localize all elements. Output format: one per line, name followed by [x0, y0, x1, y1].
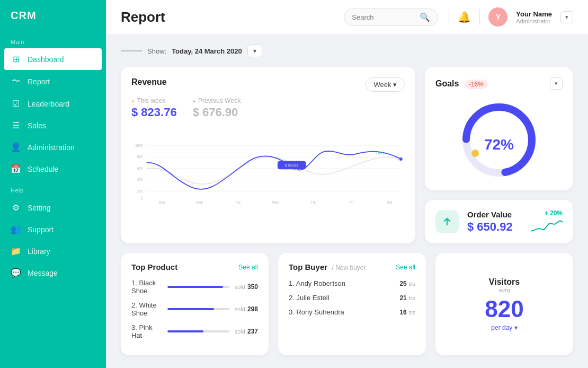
sold-label: sold — [235, 328, 245, 335]
top-buyer-card: Top Buyer / New buyer See all 1. Andy Ro… — [278, 253, 426, 355]
date-value: Today, 24 March 2020 — [172, 47, 242, 55]
main-section-label: Main — [0, 31, 106, 48]
product-bar — [167, 308, 229, 310]
svg-text:800: 800 — [137, 155, 143, 159]
revenue-chart: 1000 800 600 400 200 0 $ 620.83 — [131, 125, 405, 220]
buyer-unit: trs — [409, 309, 415, 316]
week-button[interactable]: Week ▾ — [366, 77, 405, 92]
library-icon: 📁 — [11, 246, 21, 256]
svg-point-25 — [471, 150, 479, 157]
chart-svg: 1000 800 600 400 200 0 $ 620.83 — [131, 125, 405, 220]
goals-card: Goals -16% ▾ — [425, 67, 573, 190]
sidebar-item-report[interactable]: 〜 Report — [0, 70, 106, 93]
table-row: 1. Black Shoe sold 350 — [131, 279, 258, 295]
buyer-name: 1. Andy Robertson — [289, 279, 399, 287]
visitors-period[interactable]: per day ▾ — [491, 324, 517, 331]
sidebar-item-leaderboard[interactable]: ☑ Leaderboard — [0, 93, 106, 115]
order-icon-box — [435, 210, 459, 233]
table-row: 2. Julie Estell 21 trs — [289, 294, 415, 302]
top-buyer-see-all[interactable]: See all — [396, 264, 415, 271]
sold-label: sold — [235, 284, 245, 290]
notification-icon[interactable]: 🔔 — [458, 11, 471, 23]
svg-text:Tue: Tue — [235, 200, 240, 204]
sold-value: 350 — [247, 283, 258, 291]
arrow-up-icon — [441, 216, 453, 227]
search-box[interactable]: 🔍 — [344, 8, 438, 26]
top-product-title: Top Product — [131, 262, 177, 271]
date-filter: Show: Today, 24 March 2020 ▾ — [121, 45, 573, 57]
content-area: Show: Today, 24 March 2020 ▾ Revenue Wee… — [106, 34, 588, 368]
user-name: Your Name — [516, 10, 552, 18]
top-buyer-title-group: Top Buyer / New buyer — [289, 262, 366, 272]
buyer-name: 2. Julie Estell — [289, 294, 399, 302]
product-bar — [167, 286, 229, 288]
svg-text:72%: 72% — [484, 136, 514, 153]
sidebar-item-sales[interactable]: ☰ Sales — [0, 115, 106, 136]
sidebar-item-library[interactable]: 📁 Library — [0, 240, 106, 262]
this-week-stat: This week $ 823.76 — [131, 97, 177, 119]
goals-header: Goals -16% ▾ — [435, 77, 563, 90]
user-role: Administrator — [516, 18, 552, 24]
revenue-header: Revenue Week ▾ — [131, 77, 405, 92]
trend-percent: + 20% — [545, 209, 563, 217]
goals-title-group: Goals -16% — [435, 79, 488, 89]
search-icon: 🔍 — [420, 12, 430, 22]
goals-chart-container: 72% — [435, 95, 563, 180]
sales-icon: ☰ — [11, 120, 21, 130]
prev-week-value: $ 676.90 — [193, 106, 241, 119]
goals-donut-svg: 72% — [446, 92, 552, 182]
sidebar-item-label: Report — [28, 77, 50, 86]
header-icons: 🔔 Y Your Name Administrator ▾ — [449, 7, 573, 27]
product-bar-wrap — [167, 286, 229, 288]
table-row: 1. Andy Robertson 25 trs — [289, 279, 415, 287]
top-product-see-all[interactable]: See all — [238, 264, 258, 271]
buyer-count: 21 — [399, 294, 406, 302]
search-input[interactable] — [352, 13, 415, 21]
sidebar-item-schedule[interactable]: 📅 Schedule — [0, 158, 106, 180]
sidebar-item-label: Leaderboard — [28, 100, 69, 108]
order-title: Order Value — [467, 210, 522, 219]
message-icon: 💬 — [11, 268, 21, 278]
date-dropdown-button[interactable]: ▾ — [247, 45, 262, 57]
sold-value: 237 — [247, 328, 258, 335]
date-filter-line — [121, 50, 142, 51]
schedule-icon: 📅 — [11, 164, 21, 174]
right-column: Goals -16% ▾ — [425, 67, 573, 243]
goals-dropdown-button[interactable]: ▾ — [550, 77, 563, 90]
this-week-value: $ 823.76 — [131, 106, 177, 119]
user-dropdown-button[interactable]: ▾ — [560, 11, 573, 23]
page-title: Report — [121, 9, 344, 25]
order-value-amount: $ 650.92 — [467, 220, 522, 234]
administration-icon: 👤 — [11, 142, 21, 152]
visitors-sub: avrg — [498, 287, 510, 293]
svg-text:+ 53%: + 53% — [375, 151, 385, 155]
cards-row: Revenue Week ▾ This week $ 823.76 Previo… — [121, 67, 573, 243]
product-name: 3. Pink Hat — [131, 323, 162, 339]
sidebar-item-administration[interactable]: 👤 Administration — [0, 136, 106, 158]
logo: CRM — [0, 0, 106, 31]
sidebar-item-label: Administration — [28, 143, 75, 152]
main-content: Report 🔍 🔔 Y Your Name Administrator ▾ S… — [106, 0, 588, 368]
revenue-stats: This week $ 823.76 Previous Week $ 676.9… — [131, 97, 405, 119]
top-product-header: Top Product See all — [131, 262, 258, 271]
prev-week-label: Previous Week — [193, 97, 241, 104]
sidebar-item-label: Sales — [28, 121, 46, 130]
buyer-count: 25 — [399, 280, 406, 287]
sidebar-item-dashboard[interactable]: ⊞ Dashboard — [4, 48, 102, 70]
revenue-card: Revenue Week ▾ This week $ 823.76 Previo… — [121, 67, 415, 243]
user-info: Your Name Administrator — [516, 10, 552, 24]
sidebar-item-message[interactable]: 💬 Message — [0, 262, 106, 284]
sidebar-item-label: Message — [28, 269, 58, 277]
sidebar-item-setting[interactable]: ⚙ Setting — [0, 197, 106, 218]
top-product-card: Top Product See all 1. Black Shoe sold 3… — [121, 253, 269, 355]
sidebar-item-label: Support — [28, 225, 54, 234]
avatar: Y — [488, 7, 507, 27]
table-row: 2. White Shoe sold 298 — [131, 301, 258, 317]
svg-text:Sat: Sat — [387, 200, 392, 204]
sidebar-item-support[interactable]: 👥 Support — [0, 218, 106, 240]
bottom-row: Top Product See all 1. Black Shoe sold 3… — [121, 253, 573, 355]
svg-text:Mon: Mon — [197, 200, 203, 204]
separator — [449, 9, 449, 25]
report-icon: 〜 — [11, 76, 21, 87]
svg-text:Fri: Fri — [350, 200, 354, 204]
